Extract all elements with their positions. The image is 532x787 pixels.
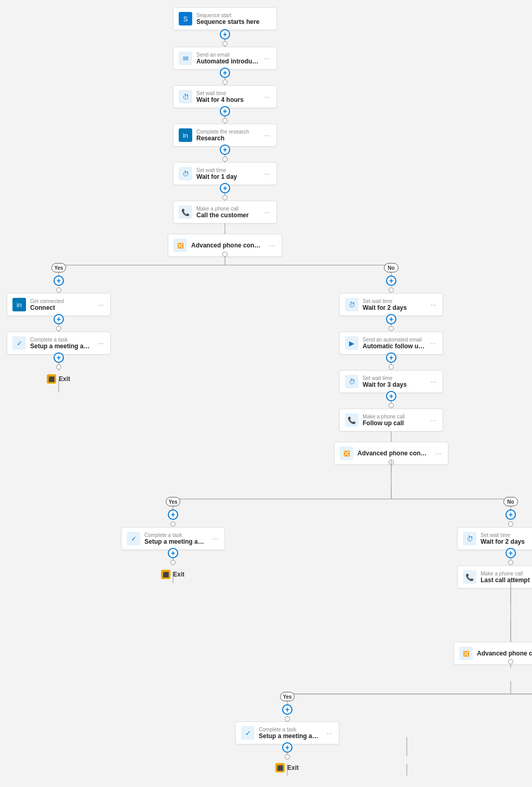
research-more[interactable]: ···	[263, 131, 271, 139]
task-1-text: Complete a task Setup a meeting and move…	[30, 337, 92, 350]
add-before-wait5[interactable]: +	[506, 509, 516, 520]
task-3-text: Complete a task Setup a meeting and move…	[259, 727, 321, 740]
add-after-wait2[interactable]: +	[220, 183, 230, 193]
exit-1: ⬛ Exit	[47, 374, 70, 384]
add-after-task1[interactable]: +	[54, 352, 64, 363]
phone-call-2-text: Make a phone call Follow up call	[363, 414, 425, 427]
add-after-email1[interactable]: +	[220, 68, 230, 78]
wait-1-more[interactable]: ···	[263, 93, 271, 101]
yes-badge-2: Yes	[166, 497, 180, 506]
phone-call-3-icon: 📞	[463, 570, 476, 584]
add-after-research[interactable]: +	[220, 145, 230, 155]
sequence-start-card: S Sequence start Sequence starts here	[173, 7, 277, 30]
dot-7	[56, 287, 61, 293]
phone-call-1-more[interactable]: ···	[263, 208, 271, 216]
send-email-2-card: ▶ Send an automated email Automatic foll…	[339, 332, 443, 355]
task-2-card: ✓ Complete a task Setup a meeting and mo…	[121, 527, 225, 550]
dot-6	[222, 252, 228, 257]
dot-11	[389, 326, 394, 331]
no-badge-1: No	[384, 263, 398, 272]
research-card: in Complete the research Research ···	[173, 124, 277, 147]
add-before-connect[interactable]: +	[54, 276, 64, 286]
wait-4-card: ⏱ Set wait time Wait for 3 days ···	[339, 370, 443, 393]
condition-1-text: Advanced phone condition	[191, 242, 264, 249]
task-1-icon: ✓	[12, 336, 26, 350]
phone-call-2-card: 📞 Make a phone call Follow up call ···	[339, 409, 443, 431]
flow-canvas: S Sequence start Sequence starts here + …	[0, 0, 532, 787]
condition-1-more[interactable]: ···	[268, 241, 276, 250]
dot-16	[170, 560, 176, 565]
wait-3-more[interactable]: ···	[429, 300, 437, 309]
dot-18	[508, 560, 513, 565]
sequence-start-icon: S	[179, 12, 192, 25]
send-email-2-more[interactable]: ···	[429, 339, 437, 347]
wait-2-text: Set wait time Wait for 1 day	[196, 167, 259, 180]
add-after-wait3[interactable]: +	[386, 314, 396, 324]
add-after-wait5[interactable]: +	[506, 548, 516, 558]
phone-call-1-card: 📞 Make a phone call Call the customer ··…	[173, 201, 277, 224]
wait-3-icon: ⏱	[345, 298, 358, 311]
wait-3-card: ⏱ Set wait time Wait for 2 days ···	[339, 293, 443, 316]
connect-more[interactable]: ···	[97, 300, 105, 309]
add-after-email2[interactable]: +	[386, 352, 396, 363]
connect-icon: in	[12, 298, 26, 311]
exit-2: ⬛ Exit	[161, 570, 184, 579]
condition-2-text: Advanced phone condition	[357, 450, 430, 457]
task-3-icon: ✓	[241, 726, 255, 740]
wait-5-icon: ⏱	[463, 532, 476, 545]
task-3-more[interactable]: ···	[325, 729, 334, 737]
add-after-task2[interactable]: +	[168, 548, 178, 558]
dot-14	[389, 460, 394, 465]
wait-2-icon: ⏱	[179, 167, 192, 180]
wait-3-text: Set wait time Wait for 2 days	[363, 298, 425, 311]
dot-20	[285, 716, 290, 722]
phone-call-2-more[interactable]: ···	[429, 416, 437, 424]
exit-2-icon: ⬛	[161, 570, 170, 579]
no-badge-2: No	[503, 497, 518, 506]
add-after-connect[interactable]: +	[54, 314, 64, 324]
add-before-wait3[interactable]: +	[386, 276, 396, 286]
connect-text: Get connected Connect	[30, 298, 92, 311]
exit-1-icon: ⬛	[47, 374, 56, 384]
send-email-1-card: ✉ Send an email Automated introductory e…	[173, 47, 277, 70]
wait-4-icon: ⏱	[345, 375, 358, 388]
wait-1-text: Set wait time Wait for 4 hours	[196, 90, 259, 103]
dot-5	[222, 195, 228, 200]
wait-2-card: ⏱ Set wait time Wait for 1 day ···	[173, 162, 277, 185]
dot-17	[508, 521, 513, 527]
wait-5-card: ⏱ Set wait time Wait for 2 days ···	[457, 527, 532, 550]
connector-lines	[0, 0, 532, 787]
task-2-more[interactable]: ···	[211, 534, 219, 543]
dot-10	[389, 287, 394, 293]
phone-call-3-text: Make a phone call Last call attempt	[481, 571, 532, 584]
add-after-wait1[interactable]: +	[220, 106, 230, 116]
dot-1	[222, 41, 228, 46]
research-text: Complete the research Research	[196, 129, 259, 142]
dot-4	[222, 156, 228, 162]
condition-2-more[interactable]: ···	[434, 449, 443, 457]
add-before-task2[interactable]: +	[168, 509, 178, 520]
phone-call-1-text: Make a phone call Call the customer	[196, 206, 259, 219]
exit-3: ⬛ Exit	[275, 763, 299, 772]
sequence-start-text: Sequence start Sequence starts here	[196, 12, 271, 25]
send-email-1-more[interactable]: ···	[263, 54, 271, 62]
add-after-start[interactable]: +	[220, 29, 230, 40]
extra-lines	[0, 0, 532, 787]
dot-13	[389, 403, 394, 408]
send-email-2-icon: ▶	[345, 336, 358, 350]
wait-2-more[interactable]: ···	[263, 169, 271, 178]
condition-3-text: Advanced phone condition	[477, 650, 532, 657]
dot-3	[222, 118, 228, 123]
wait-1-icon: ⏱	[179, 90, 192, 103]
dot-19	[508, 659, 513, 664]
add-after-wait4[interactable]: +	[386, 391, 396, 401]
wait-4-more[interactable]: ···	[429, 377, 437, 386]
add-before-task3[interactable]: +	[282, 704, 292, 715]
send-email-1-icon: ✉	[179, 51, 192, 65]
phone-call-3-card: 📞 Make a phone call Last call attempt ··…	[457, 566, 532, 588]
task-1-more[interactable]: ···	[97, 339, 105, 347]
add-after-task3[interactable]: +	[282, 742, 292, 753]
connect-card: in Get connected Connect ···	[7, 293, 111, 316]
dot-21	[285, 754, 290, 759]
exit-3-icon: ⬛	[275, 763, 285, 772]
